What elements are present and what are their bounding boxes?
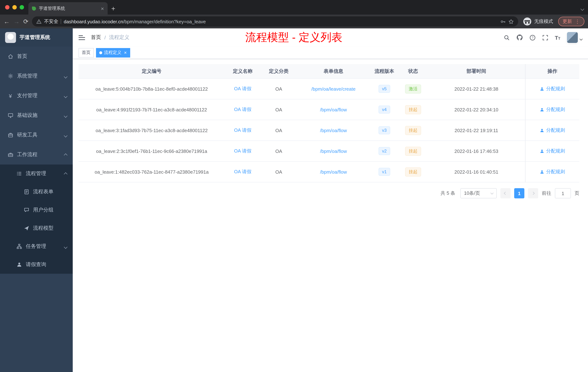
assign-rule-button[interactable]: 分配规则 xyxy=(540,127,565,134)
assign-rule-button[interactable]: 分配规则 xyxy=(540,106,565,113)
refresh-icon[interactable]: ⟳ xyxy=(23,18,29,25)
status-badge: 挂起 xyxy=(405,105,421,114)
sidebar-item-process-model[interactable]: 流程模型 xyxy=(0,219,73,237)
form-link[interactable]: /bpm/oa/flow xyxy=(320,128,347,133)
maximize-window-button[interactable] xyxy=(20,5,24,10)
assign-rule-button[interactable]: 分配规则 xyxy=(540,148,565,154)
column-header-form: 表单信息 xyxy=(297,64,370,79)
tag-process-definition[interactable]: 流程定义 × xyxy=(96,48,130,57)
incognito-indicator: 无痕模式 xyxy=(523,17,553,25)
sidebar-item-system[interactable]: 系统管理 xyxy=(0,66,73,86)
cell-definition-id: oa_leave:1:482ec033-762a-11ec-8477-a2380… xyxy=(79,162,225,182)
url-text: dashboard.yudao.iocoder.cn/bpm/manager/d… xyxy=(64,19,206,24)
version-badge: v3 xyxy=(378,126,390,134)
sidebar-item-payment[interactable]: ¥ 支付管理 xyxy=(0,86,73,106)
version-badge: v4 xyxy=(378,106,390,114)
cell-actions: 分配规则 xyxy=(525,141,579,162)
breadcrumb-home[interactable]: 首页 xyxy=(91,34,101,41)
page-number-1[interactable]: 1 xyxy=(514,188,524,198)
sidebar-item-task-management[interactable]: 任务管理 xyxy=(0,237,73,255)
new-tab-button[interactable]: + xyxy=(111,5,115,12)
screenshot-root: 芋道管理系统 × + ← → ⟳ 不安全 dashboard.yudao.ioc… xyxy=(0,0,588,372)
font-size-icon[interactable]: TT xyxy=(555,34,560,41)
back-icon[interactable]: ← xyxy=(4,18,10,25)
toolbox-icon xyxy=(7,132,13,138)
help-icon[interactable]: ? xyxy=(529,34,536,41)
forward-icon[interactable]: → xyxy=(13,18,20,25)
definition-name-link[interactable]: OA 请假 xyxy=(234,148,251,154)
user-menu[interactable] xyxy=(567,32,582,43)
status-badge: 挂起 xyxy=(405,126,421,135)
form-link[interactable]: /bpm/oa/flow xyxy=(320,107,347,112)
sidebar-item-leave-query[interactable]: 请假查询 xyxy=(0,255,73,274)
sidebar-item-user-group[interactable]: 用户分组 xyxy=(0,201,73,219)
form-link[interactable]: /bpm/oa/leave/create xyxy=(311,86,356,92)
app-logo xyxy=(5,32,16,43)
minimize-window-button[interactable] xyxy=(12,5,17,10)
svg-text:?: ? xyxy=(531,36,533,39)
assign-rule-button[interactable]: 分配规则 xyxy=(540,86,565,92)
sidebar-collapse-icon[interactable] xyxy=(79,35,85,40)
sidebar-item-label: 研发工具 xyxy=(17,132,37,138)
browser-tab[interactable]: 芋道管理系统 × xyxy=(28,2,108,15)
cell-category: OA xyxy=(261,79,297,99)
browser-menu-icon[interactable]: ⋮ xyxy=(575,19,580,24)
pagination: 共 5 条 10条/页 1 前往 页 xyxy=(79,188,579,198)
briefcase-icon xyxy=(7,152,13,158)
fullscreen-icon[interactable] xyxy=(542,34,548,41)
user-avatar[interactable] xyxy=(567,32,578,43)
cell-definition-name: OA 请假 xyxy=(225,99,261,120)
form-link[interactable]: /bpm/oa/flow xyxy=(320,148,347,154)
url-bar[interactable]: 不安全 dashboard.yudao.iocoder.cn/bpm/manag… xyxy=(32,16,518,27)
browser-toolbar: ← → ⟳ 不安全 dashboard.yudao.iocoder.cn/bpm… xyxy=(0,15,588,28)
column-header-category: 定义分类 xyxy=(261,64,297,79)
cell-definition-id: oa_leave:5:004b710b-7b8a-11ec-8ef0-acde4… xyxy=(79,79,225,99)
sidebar-item-home[interactable]: 首页 xyxy=(0,47,73,66)
search-icon[interactable] xyxy=(504,34,510,41)
tag-home[interactable]: 首页 xyxy=(79,48,94,57)
main-area: 首页 / 流程定义 流程模型 - 定义列表 ? TT xyxy=(73,28,588,372)
sidebar-item-process-form[interactable]: 流程表单 xyxy=(0,183,73,201)
page-goto-input[interactable] xyxy=(555,188,571,198)
sidebar-item-devtools[interactable]: 研发工具 xyxy=(0,125,73,145)
not-secure-warning-icon[interactable] xyxy=(37,19,42,24)
incognito-label: 无痕模式 xyxy=(534,18,553,25)
security-label[interactable]: 不安全 xyxy=(44,18,58,25)
tab-favicon-icon xyxy=(32,6,36,10)
close-window-button[interactable] xyxy=(5,5,10,10)
caret-down-icon xyxy=(580,35,582,42)
chevron-down-icon xyxy=(64,112,67,118)
page-size-select[interactable]: 10条/页 xyxy=(460,188,497,198)
definition-name-link[interactable]: OA 请假 xyxy=(234,86,251,92)
definition-name-link[interactable]: OA 请假 xyxy=(234,106,251,113)
cell-form-info: /bpm/oa/leave/create xyxy=(297,79,370,99)
gear-icon xyxy=(7,73,13,79)
column-header-status: 状态 xyxy=(399,64,428,79)
github-icon[interactable] xyxy=(516,34,523,41)
tag-label: 流程定义 xyxy=(104,50,121,56)
prev-page-button[interactable] xyxy=(500,188,511,198)
sidebar-logo-row[interactable]: 芋道管理系统 xyxy=(0,28,73,47)
cell-status: 挂起 xyxy=(399,141,428,162)
cell-category: OA xyxy=(261,99,297,120)
definition-name-link[interactable]: OA 请假 xyxy=(234,169,251,175)
list-icon xyxy=(16,171,22,176)
bookmark-star-icon[interactable] xyxy=(508,19,514,24)
org-tree-icon xyxy=(16,243,22,249)
navbar-actions: ? TT xyxy=(504,32,582,43)
cell-deploy-time: 2022-01-16 17:46:53 xyxy=(428,141,525,162)
next-page-button[interactable] xyxy=(528,188,538,198)
assign-rule-button[interactable]: 分配规则 xyxy=(540,169,565,175)
cell-deploy-time: 2022-01-22 19:19:11 xyxy=(428,120,525,141)
password-key-icon[interactable] xyxy=(500,19,506,24)
sidebar-item-infrastructure[interactable]: 基础设施 xyxy=(0,106,73,125)
form-link[interactable]: /bpm/oa/flow xyxy=(320,169,347,175)
cell-deploy-time: 2022-01-16 01:40:51 xyxy=(428,162,525,182)
tag-close-icon[interactable]: × xyxy=(124,50,127,55)
tab-close-icon[interactable]: × xyxy=(101,6,104,11)
tab-strip-chevron-icon[interactable] xyxy=(581,5,584,12)
browser-update-button[interactable]: 更新 ⋮ xyxy=(558,17,584,26)
definition-name-link[interactable]: OA 请假 xyxy=(234,127,251,134)
sidebar-item-workflow[interactable]: 工作流程 xyxy=(0,145,73,164)
sidebar-item-process-management[interactable]: 流程管理 xyxy=(0,164,73,183)
